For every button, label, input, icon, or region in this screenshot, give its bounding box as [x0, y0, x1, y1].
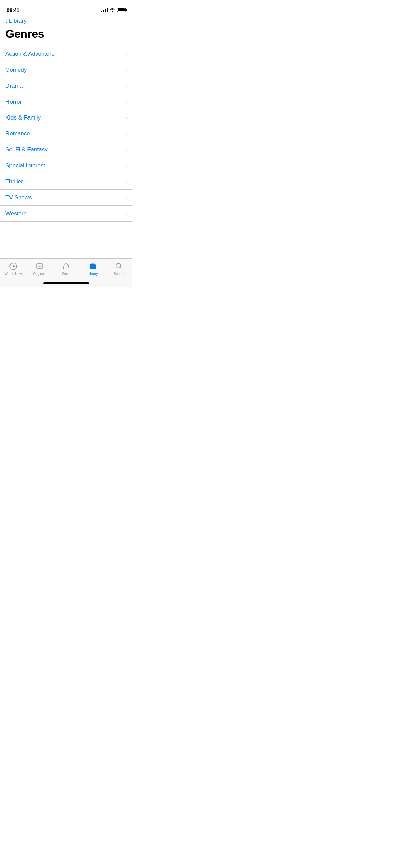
tab-label-originals: Originals [33, 272, 46, 276]
chevron-right-icon: › [125, 51, 127, 57]
status-icons [101, 7, 126, 13]
genre-label-action-adventure: Action & Adventure [5, 51, 55, 57]
chevron-right-icon: › [125, 211, 127, 216]
back-label: Library [9, 18, 27, 24]
tab-label-watch-now: Watch Now [5, 272, 22, 276]
tab-watch-now[interactable]: Watch Now [0, 261, 26, 276]
genre-item-kids-family[interactable]: Kids & Family › [0, 110, 132, 126]
chevron-right-icon: › [125, 179, 127, 184]
genre-item-comedy[interactable]: Comedy › [0, 62, 132, 78]
back-button[interactable]: ‹ Library [5, 18, 27, 24]
genre-item-horror[interactable]: Horror › [0, 94, 132, 110]
genre-item-drama[interactable]: Drama › [0, 78, 132, 94]
genre-label-drama: Drama [5, 83, 23, 89]
library-icon [88, 261, 97, 271]
chevron-right-icon: › [125, 83, 127, 89]
tab-originals[interactable]: tv+ Originals [26, 261, 53, 276]
genre-label-special-interest: Special Interest [5, 162, 45, 169]
back-chevron-icon: ‹ [5, 18, 8, 24]
genre-item-special-interest[interactable]: Special Interest › [0, 158, 132, 174]
svg-line-9 [120, 268, 122, 270]
genre-list: Action & Adventure › Comedy › Drama › Ho… [0, 46, 132, 222]
tab-label-search: Search [114, 272, 125, 276]
genre-label-romance: Romance [5, 130, 30, 137]
home-indicator [43, 282, 89, 284]
chevron-right-icon: › [125, 67, 127, 73]
tab-library[interactable]: Library [79, 261, 106, 276]
genre-label-tv-shows: TV Shows [5, 194, 32, 201]
genre-item-tv-shows[interactable]: TV Shows › [0, 190, 132, 206]
page-title-section: Genres [0, 24, 132, 46]
status-bar: 09:41 [0, 0, 132, 15]
tab-label-store: Store [62, 272, 70, 276]
chevron-right-icon: › [125, 115, 127, 121]
genre-item-western[interactable]: Western › [0, 206, 132, 222]
tab-label-library: Library [88, 272, 98, 276]
watch-now-icon [8, 261, 18, 271]
originals-icon: tv+ [35, 261, 44, 271]
nav-bar: ‹ Library [0, 15, 132, 24]
tab-search[interactable]: Search [106, 261, 132, 276]
svg-marker-1 [13, 265, 15, 268]
status-time: 09:41 [7, 7, 19, 13]
wifi-icon [110, 7, 115, 13]
svg-rect-7 [90, 264, 96, 269]
genre-item-thriller[interactable]: Thriller › [0, 174, 132, 190]
search-icon [114, 261, 124, 271]
signal-icon [101, 8, 108, 12]
chevron-right-icon: › [125, 147, 127, 152]
chevron-right-icon: › [125, 195, 127, 200]
genre-label-western: Western [5, 210, 27, 217]
chevron-right-icon: › [125, 99, 127, 105]
genre-item-romance[interactable]: Romance › [0, 126, 132, 142]
chevron-right-icon: › [125, 163, 127, 168]
battery-icon [117, 8, 126, 12]
genre-label-sci-fi-fantasy: Sci-Fi & Fantasy [5, 146, 48, 153]
genre-item-sci-fi-fantasy[interactable]: Sci-Fi & Fantasy › [0, 142, 132, 158]
chevron-right-icon: › [125, 131, 127, 137]
page-title: Genres [5, 27, 127, 40]
genre-label-thriller: Thriller [5, 178, 23, 185]
genre-item-action-adventure[interactable]: Action & Adventure › [0, 46, 132, 62]
genre-label-kids-family: Kids & Family [5, 114, 41, 121]
genre-label-horror: Horror [5, 98, 22, 105]
tab-store[interactable]: Store [53, 261, 79, 276]
store-icon [61, 261, 71, 271]
svg-text:tv+: tv+ [38, 265, 41, 267]
svg-point-8 [116, 263, 121, 268]
genre-label-comedy: Comedy [5, 67, 27, 73]
